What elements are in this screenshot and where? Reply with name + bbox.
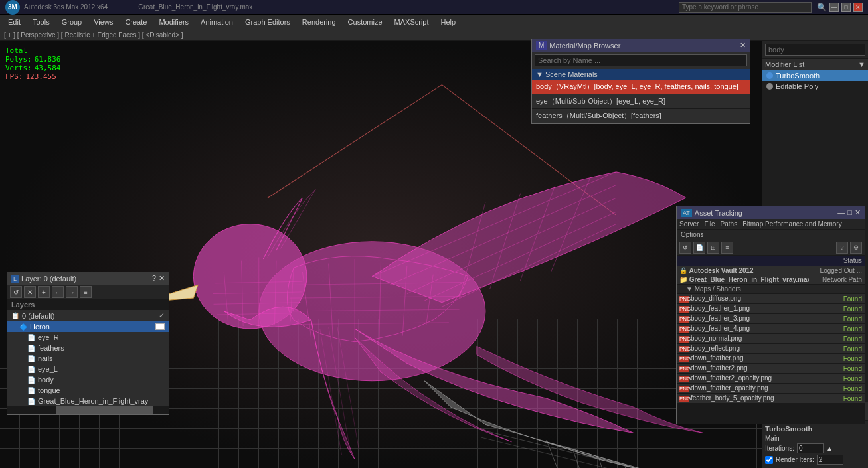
- layer-scroll-thumb[interactable]: [56, 406, 153, 414]
- close-button[interactable]: ✕: [853, 3, 863, 12]
- at-table-row[interactable]: ▼ Maps / Shaders: [677, 285, 865, 294]
- menu-item-maxscript[interactable]: MAXScript: [389, 17, 434, 27]
- layer-tb-btn-5[interactable]: ≡: [80, 286, 92, 298]
- at-help-btn[interactable]: ?: [836, 242, 848, 254]
- layer-scrollbar[interactable]: [7, 406, 169, 414]
- modifier-item[interactable]: TurboSmooth: [762, 70, 868, 81]
- menu-item-create[interactable]: Create: [120, 17, 152, 27]
- menu-item-views[interactable]: Views: [88, 17, 118, 27]
- at-table-row[interactable]: PNGbody_feather_1.pngFound: [677, 304, 865, 314]
- layer-panel-icon: L: [11, 275, 19, 283]
- at-table-row[interactable]: PNGfeather_body_5_opacity.pngFound: [677, 394, 865, 404]
- at-refresh-btn[interactable]: ↺: [679, 242, 691, 254]
- layer-tb-btn-3[interactable]: ←: [52, 286, 64, 298]
- mat-browser-title-text: Material/Map Browser: [549, 42, 620, 50]
- menu-item-edit[interactable]: Edit: [3, 17, 26, 27]
- at-table-row[interactable]: PNGdown_feather_opacity.pngFound: [677, 384, 865, 394]
- mat-browser-close[interactable]: ✕: [740, 41, 746, 50]
- at-menu-item[interactable]: Paths: [721, 220, 738, 228]
- layer-item[interactable]: 📄tongue: [7, 385, 169, 396]
- at-table-row[interactable]: PNGbody_normal.pngFound: [677, 334, 865, 344]
- iterations-input[interactable]: [797, 443, 824, 453]
- layer-icon: 📋: [11, 312, 19, 319]
- at-menu-item[interactable]: File: [704, 220, 715, 228]
- at-table-row[interactable]: 📁 Great_Blue_Heron_in_Flight_vray.maxNet…: [677, 275, 865, 285]
- layer-tb-btn-1[interactable]: ✕: [24, 286, 36, 298]
- layer-active-indicator: [155, 323, 165, 330]
- layer-item[interactable]: 📄eye_R: [7, 332, 169, 343]
- at-list-btn[interactable]: ≡: [721, 242, 733, 254]
- at-search-bar[interactable]: [677, 412, 865, 424]
- scene-materials-header[interactable]: ▼ Scene Materials: [532, 69, 750, 80]
- at-row-status: Found: [809, 385, 862, 392]
- layer-item[interactable]: 📄body: [7, 374, 169, 385]
- material-item[interactable]: body（VRayMtl）[body, eye_L, eye_R, feathe…: [532, 80, 750, 94]
- search-icon[interactable]: 🔍: [817, 3, 827, 12]
- at-table-row[interactable]: 🔒 Autodesk Vault 2012Logged Out ...: [677, 266, 865, 275]
- modifier-list-dropdown[interactable]: ▼: [858, 60, 865, 68]
- layer-tb-btn-0[interactable]: ↺: [10, 286, 22, 298]
- layer-item[interactable]: 📄nails: [7, 353, 169, 364]
- at-table-row[interactable]: PNGbody_reflect.pngFound: [677, 344, 865, 354]
- at-menu-item[interactable]: Server: [679, 220, 699, 228]
- layer-item[interactable]: 📄Great_Blue_Heron_in_Flight_vray: [7, 396, 169, 406]
- maximize-button[interactable]: □: [841, 3, 851, 12]
- menu-item-modifiers[interactable]: Modifiers: [153, 17, 194, 27]
- at-horizontal-scrollbar[interactable]: [677, 404, 865, 412]
- at-max[interactable]: □: [847, 208, 852, 217]
- render-iters-input[interactable]: [817, 455, 843, 465]
- layer-item[interactable]: 📄feathers: [7, 343, 169, 353]
- menu-item-help[interactable]: Help: [436, 17, 462, 27]
- layer-item[interactable]: 🔷Heron: [7, 321, 169, 332]
- mat-search-input[interactable]: [535, 54, 747, 66]
- material-item[interactable]: eye（Multi/Sub-Object）[eye_L, eye_R]: [532, 94, 750, 109]
- at-row-name: PNGbody_diffuse.png: [679, 295, 809, 303]
- at-table-row[interactable]: PNGbody_diffuse.pngFound: [677, 294, 865, 304]
- at-grid-btn[interactable]: ⊞: [707, 242, 719, 254]
- at-settings-btn[interactable]: ⚙: [850, 242, 862, 254]
- at-menu-item[interactable]: Bitmap Performance and Memory: [742, 220, 842, 228]
- modifier-item[interactable]: Editable Poly: [762, 81, 868, 92]
- at-row-status: Found: [809, 345, 862, 352]
- at-menubar: ServerFilePathsBitmap Performance and Me…: [677, 219, 865, 230]
- at-options[interactable]: Options: [677, 230, 865, 240]
- at-row-name: 🔒 Autodesk Vault 2012: [679, 267, 809, 274]
- at-vault-icon: 🔒: [679, 267, 689, 274]
- at-table-row[interactable]: PNGbody_feather_3.pngFound: [677, 314, 865, 324]
- render-iters-checkbox[interactable]: [765, 456, 773, 464]
- minimize-button[interactable]: —: [829, 3, 839, 12]
- layer-checkmark: ✓: [159, 311, 165, 320]
- menu-item-graph editors[interactable]: Graph Editors: [240, 17, 296, 27]
- at-min[interactable]: —: [837, 208, 845, 217]
- svg-line-1: [268, 85, 442, 198]
- iterations-up[interactable]: ▲: [826, 445, 833, 452]
- titlebar-left: 3M Autodesk 3ds Max 2012 x64 Great_Blue_…: [5, 0, 252, 15]
- layer-item[interactable]: 📋0 (default)✓: [7, 310, 169, 321]
- layer-tb-btn-4[interactable]: →: [66, 286, 78, 298]
- at-title-text: Asset Tracking: [695, 209, 742, 217]
- at-table-row[interactable]: PNGbody_feather_4.pngFound: [677, 324, 865, 334]
- layer-close[interactable]: ✕: [159, 274, 165, 283]
- at-table-row[interactable]: PNGdown_feather2.pngFound: [677, 364, 865, 374]
- layer-name: eye_R: [38, 333, 59, 341]
- layer-title-bar: L Layer: 0 (default) ? ✕: [7, 272, 169, 285]
- at-table-row[interactable]: PNGdown_feather.pngFound: [677, 354, 865, 364]
- menu-item-rendering[interactable]: Rendering: [297, 17, 341, 27]
- mat-browser-icon: M: [536, 41, 547, 50]
- layer-item[interactable]: 📄eye_L: [7, 364, 169, 374]
- menu-item-customize[interactable]: Customize: [343, 17, 388, 27]
- at-row-status: Found: [809, 305, 862, 313]
- at-file-btn[interactable]: 📄: [693, 242, 705, 254]
- layer-tb-btn-2[interactable]: +: [38, 286, 50, 298]
- menu-item-group[interactable]: Group: [56, 17, 88, 27]
- material-item[interactable]: feathers（Multi/Sub-Object）[feathers]: [532, 109, 750, 123]
- menu-item-tools[interactable]: Tools: [27, 17, 55, 27]
- layer-help[interactable]: ?: [152, 274, 156, 283]
- title-search-input[interactable]: [679, 2, 812, 13]
- render-iters-row: Render Iters:: [765, 454, 865, 465]
- object-search-input[interactable]: [765, 44, 865, 56]
- at-table-row[interactable]: PNGdown_feather2_opacity.pngFound: [677, 374, 865, 384]
- right-search-area: [762, 41, 868, 59]
- menu-item-animation[interactable]: Animation: [195, 17, 238, 27]
- at-close[interactable]: ✕: [855, 208, 861, 217]
